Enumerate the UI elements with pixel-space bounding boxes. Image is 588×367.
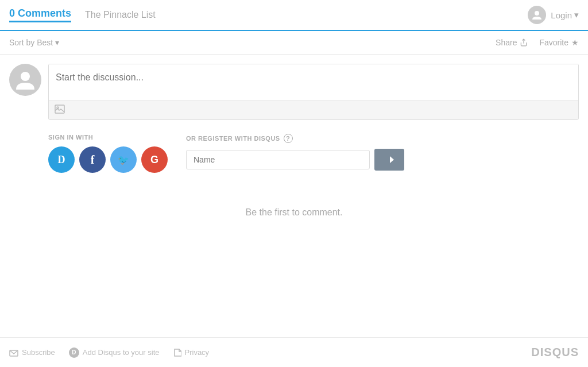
footer-left: Subscribe D Add Disqus to your site Priv… <box>9 347 209 358</box>
login-avatar <box>528 6 546 24</box>
social-buttons: D f 🐦 G <box>48 146 168 173</box>
pinnacle-title: The Pinnacle List <box>85 10 156 20</box>
footer: Subscribe D Add Disqus to your site Priv… <box>0 337 588 367</box>
submit-button[interactable] <box>374 149 404 171</box>
arrow-right-icon <box>384 156 394 164</box>
header: 0 Comments The Pinnacle List Login ▾ <box>0 0 588 31</box>
header-right: Login ▾ <box>528 6 579 24</box>
svg-point-2 <box>21 72 30 81</box>
sign-in-with: SIGN IN WITH D f 🐦 G <box>48 134 168 173</box>
header-left: 0 Comments The Pinnacle List <box>9 7 156 22</box>
share-button[interactable]: Share <box>496 38 528 47</box>
add-disqus-link[interactable]: D Add Disqus to your site <box>69 347 160 358</box>
login-button[interactable]: Login ▾ <box>551 10 579 20</box>
twitter-signin-button[interactable]: 🐦 <box>110 146 137 173</box>
comment-input-container <box>48 64 579 120</box>
toolbar-right: Share Favorite ★ <box>496 38 579 47</box>
toolbar: Sort by Best ▾ Share Favorite ★ <box>0 31 588 55</box>
user-avatar <box>9 64 41 96</box>
star-icon: ★ <box>571 38 579 47</box>
comments-count: 0 Comments <box>9 7 71 22</box>
comment-area <box>9 64 579 120</box>
disqus-brand: DISQUS <box>531 346 579 359</box>
auth-section: SIGN IN WITH D f 🐦 G OR REGISTER WITH DI… <box>48 134 579 173</box>
privacy-icon <box>173 348 181 357</box>
disqus-signin-button[interactable]: D <box>48 146 75 173</box>
svg-point-0 <box>535 11 539 16</box>
share-icon <box>520 38 528 47</box>
subscribe-link[interactable]: Subscribe <box>9 348 55 357</box>
sign-in-label: SIGN IN WITH <box>48 134 168 141</box>
disqus-small-icon: D <box>69 347 79 358</box>
google-signin-button[interactable]: G <box>141 146 168 173</box>
name-input[interactable] <box>186 150 370 169</box>
sort-button[interactable]: Sort by Best ▾ <box>9 38 59 47</box>
facebook-signin-button[interactable]: f <box>79 146 106 173</box>
privacy-link[interactable]: Privacy <box>173 348 210 357</box>
image-icon <box>55 105 65 116</box>
register-row <box>186 149 404 171</box>
help-icon[interactable]: ? <box>284 134 293 143</box>
comment-textarea[interactable] <box>49 64 578 99</box>
favorite-button[interactable]: Favorite ★ <box>539 38 579 47</box>
comment-input-toolbar <box>49 101 578 119</box>
subscribe-icon <box>9 349 18 357</box>
or-register: OR REGISTER WITH DISQUS ? <box>186 134 404 171</box>
or-register-label: OR REGISTER WITH DISQUS ? <box>186 134 404 143</box>
empty-state: Be the first to comment. <box>9 173 579 252</box>
main-content: SIGN IN WITH D f 🐦 G OR REGISTER WITH DI… <box>0 55 588 261</box>
